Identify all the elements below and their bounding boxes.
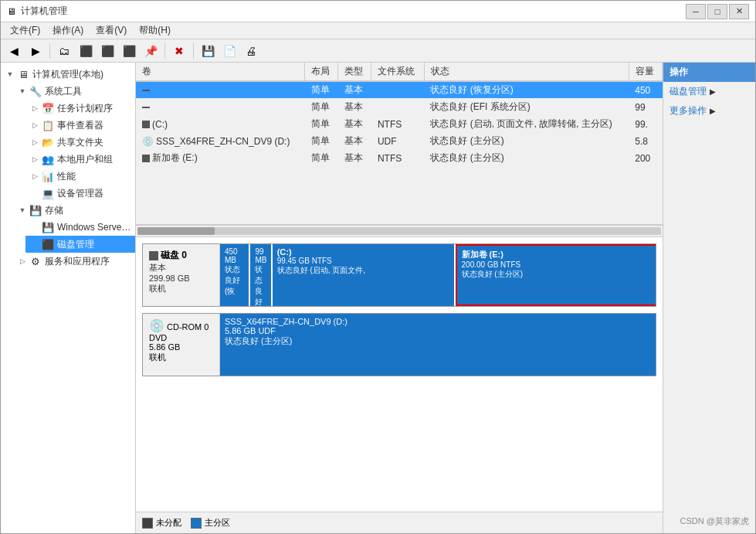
- close-button[interactable]: ✕: [729, 4, 749, 19]
- legend-unalloc: 未分配: [142, 517, 181, 529]
- p-status-c: 状态良好 (启动, 页面文件,: [277, 265, 449, 276]
- table-row[interactable]: 简单基本状态良好 (恢复分区)450: [136, 81, 663, 99]
- toolbar-btn-save[interactable]: 💾: [198, 42, 218, 60]
- action-more[interactable]: 更多操作 ▶: [663, 101, 755, 121]
- sidebar-item-services[interactable]: ▷ ⚙ 服务和应用程序: [13, 253, 135, 270]
- disk-view: 磁盘 0 基本 299.98 GB 联机 450 MB 状态良好 (恢: [136, 237, 663, 512]
- table-cell: [371, 99, 424, 116]
- table-cell: 简单: [305, 81, 338, 99]
- sidebar-label-task: 任务计划程序: [57, 102, 113, 115]
- toolbar-btn-3[interactable]: ⬛: [97, 42, 117, 60]
- expand-icon-svc: ▷: [16, 255, 29, 267]
- menu-file[interactable]: 文件(F): [4, 22, 46, 39]
- users-icon: 👥: [41, 152, 55, 166]
- toolbar-btn-pin[interactable]: 📌: [141, 42, 161, 60]
- sidebar-item-event-viewer[interactable]: ▷ 📋 事件查看器: [25, 117, 135, 134]
- sidebar-item-device-mgr[interactable]: 💻 设备管理器: [25, 185, 135, 202]
- expand-icon-perf: ▷: [29, 170, 41, 182]
- disk-0-status: 联机: [149, 283, 213, 294]
- disk-0-block: 磁盘 0 基本 299.98 GB 联机 450 MB 状态良好 (恢: [142, 243, 656, 307]
- sidebar-item-storage[interactable]: ▼ 💾 存储: [13, 202, 135, 219]
- toolbar-btn-doc[interactable]: 📄: [219, 42, 239, 60]
- storage-icon: 💾: [29, 203, 42, 217]
- sidebar-item-system-tools[interactable]: ▼ 🔧 系统工具: [13, 83, 135, 100]
- col-status: 状态: [424, 63, 629, 81]
- toolbar-btn-2[interactable]: ⬛: [76, 42, 96, 60]
- toolbar-btn-4[interactable]: ⬛: [119, 42, 139, 60]
- window-title: 计算机管理: [21, 5, 67, 18]
- action-arrow-1: ▶: [710, 87, 716, 96]
- horizontal-scrollbar[interactable]: [136, 225, 663, 237]
- cdrom-fs: 5.86 GB UDF: [225, 326, 651, 335]
- p-status: 状态良好 (恢: [225, 264, 244, 297]
- sidebar-label-services: 服务和应用程序: [45, 255, 110, 268]
- cdrom-0-type: DVD: [149, 333, 213, 342]
- perf-icon: 📊: [41, 169, 55, 183]
- partition-recovery[interactable]: 450 MB 状态良好 (恢: [220, 244, 250, 306]
- action-arrow-2: ▶: [710, 107, 716, 115]
- menu-action[interactable]: 操作(A): [46, 22, 90, 39]
- legend-box-unalloc: [142, 518, 153, 529]
- menu-help[interactable]: 帮助(H): [133, 22, 177, 39]
- menu-bar: 文件(F) 操作(A) 查看(V) 帮助(H): [1, 22, 755, 39]
- expand-icon-ev: ▷: [29, 119, 41, 131]
- table-row[interactable]: 新加卷 (E:)简单基本NTFS状态良好 (主分区)200: [136, 150, 663, 167]
- expand-icon-task: ▷: [29, 102, 41, 114]
- p-name-c: (C:): [277, 247, 449, 257]
- partition-c[interactable]: (C:) 99.45 GB NTFS 状态良好 (启动, 页面文件,: [273, 244, 456, 306]
- partition-efi[interactable]: 99 MB 状态良好: [250, 244, 272, 306]
- disk-0-size: 299.98 GB: [149, 274, 213, 283]
- sidebar-label-diskmgmt: 磁盘管理: [57, 238, 94, 251]
- sidebar-item-local-users[interactable]: ▷ 👥 本地用户和组: [25, 151, 135, 168]
- table-cell: [136, 81, 305, 99]
- table-cell: (C:): [136, 116, 305, 133]
- sidebar-item-computer-mgmt[interactable]: ▼ 🖥 计算机管理(本地): [1, 66, 135, 83]
- table-cell: 简单: [305, 99, 338, 116]
- toolbar-btn-print[interactable]: 🖨: [241, 42, 261, 60]
- col-layout: 布局: [305, 63, 338, 81]
- expand-icon-lu: ▷: [29, 153, 41, 165]
- action-more-label: 更多操作: [670, 104, 707, 117]
- sidebar-item-shared-folders[interactable]: ▷ 📂 共享文件夹: [25, 134, 135, 151]
- col-volume: 卷: [136, 63, 305, 81]
- table-row[interactable]: 💿SSS_X64FRE_ZH-CN_DV9 (D:)简单基本UDF状态良好 (主…: [136, 133, 663, 150]
- cdrom-0-partition[interactable]: SSS_X64FRE_ZH-CN_DV9 (D:) 5.86 GB UDF 状态…: [220, 314, 656, 376]
- toolbar-btn-1[interactable]: 🗂: [54, 42, 74, 60]
- disk-0-partitions: 450 MB 状态良好 (恢 99 MB 状态良好: [220, 244, 656, 306]
- sidebar-item-disk-mgmt[interactable]: ⬛ 磁盘管理: [25, 236, 135, 253]
- disk-0-info: 磁盘 0 基本 299.98 GB 联机: [143, 244, 220, 306]
- back-button[interactable]: ◀: [4, 42, 24, 60]
- main-layout: ▼ 🖥 计算机管理(本地) ▼ 🔧 系统工具 ▷ 📅 任务计划程序 ▷ 📋 事件…: [1, 63, 755, 533]
- table-area: 卷 布局 类型 文件系统 状态 容量 简单基本状态良好 (恢复分区)450简单基…: [136, 63, 663, 225]
- partition-e[interactable]: 新加卷 (E:) 200.00 GB NTFS 状态良好 (主分区): [456, 244, 656, 306]
- minimize-button[interactable]: ─: [686, 4, 706, 19]
- legend-label-unalloc: 未分配: [156, 517, 181, 529]
- table-row[interactable]: (C:)简单基本NTFS状态良好 (启动, 页面文件, 故障转储, 主分区)99…: [136, 116, 663, 133]
- toolbar-sep1: [49, 43, 50, 59]
- menu-view[interactable]: 查看(V): [90, 22, 133, 39]
- maximize-button[interactable]: □: [707, 4, 727, 19]
- expand-icon-storage: ▼: [16, 204, 29, 216]
- title-bar: 🖥 计算机管理 ─ □ ✕: [1, 1, 755, 22]
- sidebar-label-shared: 共享文件夹: [57, 136, 103, 149]
- cdrom-0-name: 💿 CD-ROM 0: [149, 318, 213, 333]
- table-cell: NTFS: [371, 150, 424, 167]
- col-cap: 容量: [629, 63, 662, 81]
- sidebar-label-device: 设备管理器: [57, 187, 103, 200]
- expand-icon-wsb: [29, 221, 41, 233]
- action-disk-mgmt[interactable]: 磁盘管理 ▶: [663, 82, 755, 101]
- sidebar-item-performance[interactable]: ▷ 📊 性能: [25, 168, 135, 185]
- table-cell: 简单: [305, 116, 338, 133]
- forward-button[interactable]: ▶: [25, 42, 46, 60]
- scrollbar-thumb[interactable]: [137, 227, 215, 235]
- sidebar-item-windows-server-backup[interactable]: 💾 Windows Server Back: [25, 219, 135, 236]
- table-container[interactable]: 卷 布局 类型 文件系统 状态 容量 简单基本状态良好 (恢复分区)450简单基…: [136, 63, 663, 224]
- table-cell: 450: [629, 81, 662, 99]
- legend-box-primary: [191, 518, 202, 529]
- toolbar-btn-x[interactable]: ✖: [169, 42, 189, 60]
- table-cell: 简单: [305, 133, 338, 150]
- sidebar-item-task-scheduler[interactable]: ▷ 📅 任务计划程序: [25, 100, 135, 117]
- legend-primary: 主分区: [191, 517, 230, 529]
- table-row[interactable]: 简单基本状态良好 (EFI 系统分区)99: [136, 99, 663, 116]
- expand-icon-dm: [29, 187, 41, 199]
